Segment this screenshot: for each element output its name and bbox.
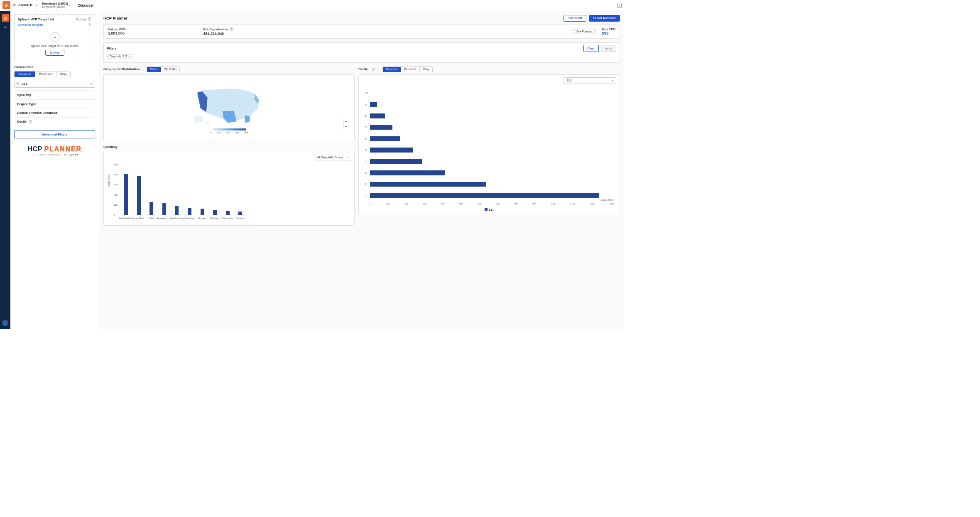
decile-chart: 10987654321 010k20k30k40k50k60k70k80k90k… <box>362 85 617 207</box>
decile-bar[interactable] <box>370 102 377 107</box>
nav-rail: ▥ ☰ 👤 <box>0 11 10 330</box>
decile-bar[interactable] <box>370 182 486 187</box>
decile-card: E11▾ 10987654321 010k20k30k40k50k60k70k8… <box>358 74 620 214</box>
specialty-bar[interactable] <box>137 176 141 215</box>
tab-zipcodes[interactable]: Zip Codes <box>161 67 179 72</box>
specialty-bar[interactable] <box>226 211 230 215</box>
decile-tabs: Diagnosis Procedure Drug <box>382 66 433 72</box>
specialty-chart: Unique HCPs 020k40k60k80k100kFamily Medi… <box>107 162 351 223</box>
specialty-bar[interactable] <box>188 208 191 215</box>
map-legend <box>212 128 246 130</box>
geo-title: Geographic Distribution <box>103 67 140 71</box>
topbar: d+ PLANNER ▾ DeepIntent (10001) Deepinte… <box>0 0 624 11</box>
cpm-value: $$$ <box>602 31 615 35</box>
filters-card: Filters Clear Apply Diagnosis: E11 ✕ <box>103 42 620 63</box>
cpm-label: Data CPM <box>602 28 615 31</box>
remove-chip-icon[interactable]: ✕ <box>129 55 131 58</box>
unique-hcp-label: Unique HCPs <box>108 28 203 31</box>
brand-block: HCP PLANNER —— DATA POWERED BY IQVIA <box>14 145 95 156</box>
specialty-bar[interactable] <box>162 203 166 215</box>
decile-legend: E11 <box>362 208 617 211</box>
export-audience-button[interactable]: Export Audience <box>589 15 620 22</box>
tab-procedure[interactable]: Procedure <box>35 71 56 77</box>
nav-secondary[interactable]: ☰ <box>2 25 9 32</box>
apply-filters-button: Apply <box>601 45 616 52</box>
tab-decile-drug[interactable]: Drug <box>420 67 432 72</box>
search-input[interactable] <box>14 80 95 88</box>
decile-bar[interactable] <box>370 125 392 130</box>
decile-bar[interactable] <box>370 159 422 164</box>
us-map-svg <box>192 82 266 127</box>
chevron-right-icon: › <box>15 94 16 96</box>
specialty-bar[interactable] <box>238 212 242 215</box>
map-zoom: + − <box>343 119 349 129</box>
acc-specialty[interactable]: ›Specialty <box>14 90 95 99</box>
upload-title: Upload: HCP Target List <box>18 17 54 21</box>
info-icon[interactable]: ? <box>372 68 375 71</box>
expand-icon[interactable]: ⤢ <box>617 3 622 7</box>
section-title: Discover <box>78 3 94 7</box>
decile-bar[interactable] <box>370 148 413 152</box>
save-draft-button[interactable]: Save Draft <box>564 15 586 22</box>
upload-hint: Upload HCP Target list in .csv format <box>31 44 78 47</box>
cloud-upload-icon: ☁ <box>50 32 59 42</box>
stats-card: Unique HCPs 1,803,865 Est. Opportunities… <box>103 25 620 39</box>
tab-decile-diagnosis[interactable]: Diagnosis <box>383 67 401 72</box>
info-icon[interactable]: ? <box>88 17 91 21</box>
specialty-bar[interactable] <box>124 174 128 215</box>
specialty-bar[interactable] <box>175 206 179 215</box>
acc-degree[interactable]: ›Degree Type <box>14 99 95 108</box>
decile-bar[interactable] <box>370 136 400 141</box>
download-icon[interactable]: ⬇ <box>88 23 91 27</box>
acc-decile[interactable]: ›Decile? <box>14 117 95 126</box>
specialty-bar[interactable] <box>201 209 204 215</box>
zoom-in-button[interactable]: + <box>343 119 349 124</box>
decile-bar[interactable] <box>370 170 445 175</box>
left-panel: Upload: HCP Target List Optional? Downlo… <box>10 11 99 330</box>
filter-chip: Diagnosis: E11 ✕ <box>107 54 134 59</box>
tab-states[interactable]: States <box>147 67 161 72</box>
clinical-title: Clinical Data <box>14 65 95 69</box>
info-icon[interactable]: ? <box>230 27 233 31</box>
chevron-right-icon: › <box>15 112 16 114</box>
decile-select[interactable]: E11▾ <box>564 77 616 84</box>
org-chevron-icon[interactable]: ▾ <box>69 4 70 7</box>
org-selector[interactable]: DeepIntent (10001) Deepintent (10000) <box>42 2 68 9</box>
decile-bar[interactable] <box>370 113 385 118</box>
zoom-out-button[interactable]: − <box>343 124 349 129</box>
tab-drug[interactable]: Drug <box>56 71 70 77</box>
info-icon[interactable]: ? <box>29 120 32 123</box>
nav-planner[interactable]: ▥ <box>2 14 9 22</box>
decile-title: Decile <box>358 67 368 71</box>
browse-button[interactable]: Browse <box>45 50 64 56</box>
main-content: HCP Planner Save Draft Export Audience U… <box>99 11 624 330</box>
decile-bar[interactable] <box>370 193 599 198</box>
opportunities-value: 364,224,940 <box>203 32 283 36</box>
specialty-group-select[interactable]: All Speciality Group▾ <box>314 154 351 160</box>
tab-diagnosis[interactable]: Diagnosis <box>15 71 35 77</box>
specialty-bar[interactable] <box>149 202 153 215</box>
user-avatar-icon[interactable]: 👤 <box>2 320 8 326</box>
us-map[interactable]: + − 010k20k30k40k <box>107 77 351 138</box>
chevron-down-icon: ▾ <box>612 79 613 82</box>
clinical-tabs: Diagnosis Procedure Drug <box>14 71 71 77</box>
geo-card: + − 010k20k30k40k <box>103 74 355 141</box>
upload-dropzone[interactable]: ☁ Upload HCP Target list in .csv format … <box>18 32 91 56</box>
tab-decile-procedure[interactable]: Procedure <box>401 67 420 72</box>
app-logo: d+ <box>2 1 10 9</box>
map-legend-ticks: 010k20k30k40k <box>210 131 248 134</box>
page-title: HCP Planner <box>103 16 127 20</box>
acc-locations[interactable]: ›Clinical Practice Locations <box>14 108 95 117</box>
app-title: PLANNER <box>13 3 33 7</box>
view-forecast-button[interactable]: View Forecast <box>573 29 595 34</box>
clear-search-icon[interactable]: ✕ <box>90 82 93 86</box>
download-template-link[interactable]: Download Template <box>18 23 43 26</box>
clear-filters-button[interactable]: Clear <box>583 45 599 52</box>
chevron-right-icon: › <box>15 121 16 123</box>
search-icon: 🔍 <box>16 82 20 86</box>
advanced-filters-button[interactable]: Advanced Filters <box>14 130 95 138</box>
opportunities-label: Est. Opportunities ? <box>203 27 283 31</box>
specialty-bar[interactable] <box>213 210 217 215</box>
upload-optional: Optional? <box>76 17 91 21</box>
chevron-down-icon: ▾ <box>347 156 348 158</box>
